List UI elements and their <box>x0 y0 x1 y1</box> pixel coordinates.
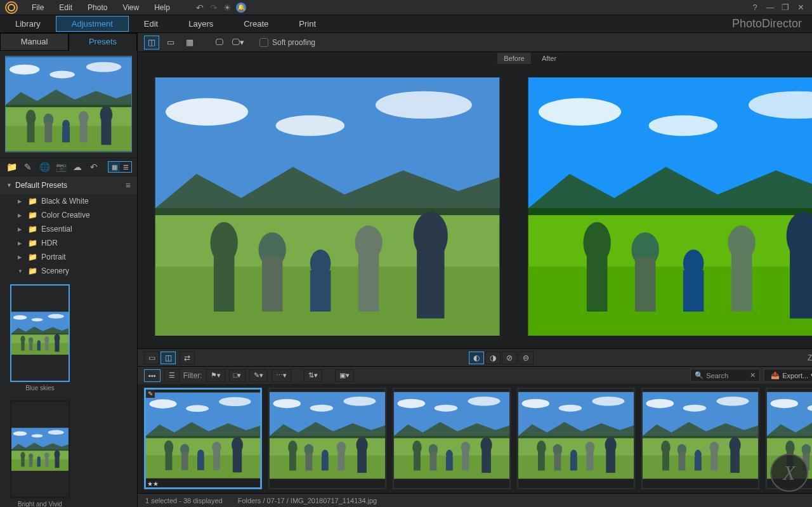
menu-help[interactable]: Help <box>148 2 176 13</box>
thumb-large-icon[interactable]: ▪▪▪ <box>144 369 160 382</box>
before-tab[interactable]: Before <box>497 52 532 65</box>
grid-view-icon[interactable]: ▦ <box>108 162 120 172</box>
app-logo-icon <box>5 1 18 14</box>
cloud-icon[interactable]: ☁ <box>71 161 84 173</box>
before-pane[interactable] <box>145 77 509 336</box>
folder-scenery[interactable]: ▼📁Scenery <box>0 264 137 278</box>
settings-icon[interactable]: ☀ <box>222 2 233 13</box>
grid-mode-icon[interactable]: ▦ <box>182 36 197 49</box>
mode-edit[interactable]: Edit <box>129 16 173 31</box>
watermark-icon: X <box>770 454 808 492</box>
zoom-label: Zoom: <box>808 353 812 362</box>
screen2-icon[interactable]: 🖵▾ <box>230 36 246 49</box>
statusbar: 1 selected - 38 displayed Folders / 07-1… <box>138 493 812 507</box>
soft-proof-label: Soft proofing <box>272 38 315 47</box>
thumb-small-icon[interactable]: ☰ <box>164 369 180 382</box>
preset-view-toggle[interactable]: ▦ ☰ <box>108 161 132 173</box>
screen1-icon[interactable]: 🖵 <box>211 36 226 49</box>
film-thumb[interactable] <box>268 388 386 489</box>
folder-icon: 📁 <box>28 225 37 234</box>
mode-print[interactable]: Print <box>284 16 331 31</box>
viewer: ◫ ▭ ▦ 🖵 🖵▾ Soft proofing 🔍 ✋ Before Afte… <box>138 33 812 507</box>
modebar: Library Adjustment Edit Layers Create Pr… <box>0 15 812 33</box>
compare-mode-icon[interactable]: ◫ <box>144 36 159 49</box>
brand-label: PhotoDirector <box>732 17 802 30</box>
preset-bright-and-vivid[interactable]: Bright and Vivid <box>10 400 70 507</box>
single-mode-icon[interactable]: ▭ <box>163 36 178 49</box>
chevron-icon: ▶ <box>18 227 24 232</box>
film-thumb[interactable] <box>517 388 635 489</box>
globe-icon[interactable]: 🌐 <box>38 161 51 173</box>
folder-essential[interactable]: ▶📁Essential <box>0 222 137 236</box>
film-thumb[interactable] <box>393 388 511 489</box>
folder-label: Black & White <box>41 197 89 206</box>
brush-icon[interactable]: ✎ <box>22 161 34 173</box>
redo-icon[interactable]: ↷ <box>208 2 219 13</box>
soft-proof-checkbox[interactable] <box>259 38 268 47</box>
layout2-icon[interactable]: ◫ <box>160 352 176 364</box>
layout1-icon[interactable]: ▭ <box>144 352 159 364</box>
folder-black-white[interactable]: ▶📁Black & White <box>0 194 137 208</box>
folder-icon: 📁 <box>28 267 37 275</box>
filter-flag-icon[interactable]: ⚑▾ <box>206 369 225 382</box>
filmstrip[interactable]: ✎★★ <box>138 384 812 493</box>
mode-create[interactable]: Create <box>228 16 284 31</box>
split-b-icon[interactable]: ⊖ <box>518 352 534 364</box>
folder-icon: 📁 <box>28 253 37 261</box>
folder-hdr[interactable]: ▶📁HDR <box>0 236 137 250</box>
menu-file[interactable]: File <box>25 2 50 13</box>
after-tab[interactable]: After <box>532 52 566 65</box>
rating-stars[interactable]: ★★ <box>147 480 159 487</box>
split-h-icon[interactable]: ◐ <box>469 352 484 364</box>
chevron-icon: ▶ <box>18 199 24 204</box>
filter-edited-icon[interactable]: ✎▾ <box>249 369 268 382</box>
undo-preset-icon[interactable]: ↶ <box>88 161 100 173</box>
sort-icon[interactable]: ⇅▾ <box>304 369 322 382</box>
folder-color-creative[interactable]: ▶📁Color Creative <box>0 208 137 222</box>
side-tab-manual[interactable]: Manual <box>0 33 69 51</box>
split-t-icon[interactable]: ⊘ <box>502 352 517 364</box>
menu-edit[interactable]: Edit <box>53 2 79 13</box>
mode-adjustment[interactable]: Adjustment <box>56 16 129 32</box>
film-thumb[interactable] <box>641 388 759 489</box>
film-thumb[interactable]: ✎★★ <box>144 388 262 489</box>
import-preset-icon[interactable]: 📁 <box>5 161 18 173</box>
histogram-preview <box>0 51 137 157</box>
folder-icon: 📁 <box>28 239 37 247</box>
stack-icon[interactable]: ▣▾ <box>335 369 354 382</box>
folder-portrait[interactable]: ▶📁Portrait <box>0 250 137 264</box>
notification-icon[interactable]: 🔔 <box>236 3 246 13</box>
menu-view[interactable]: View <box>116 2 145 13</box>
export-button[interactable]: 📤 Export...▾ <box>764 369 812 382</box>
menu-photo[interactable]: Photo <box>81 2 114 13</box>
mode-library[interactable]: Library <box>0 16 56 31</box>
side-tab-presets[interactable]: Presets <box>69 33 137 51</box>
preset-blue-skies[interactable]: Blue skies <box>10 284 70 392</box>
filter-label: Filter: <box>183 371 202 380</box>
maximize-icon[interactable]: ❐ <box>779 3 792 12</box>
filter-label-icon[interactable]: □▾ <box>229 369 246 382</box>
minimize-icon[interactable]: — <box>764 3 776 12</box>
swap-icon[interactable]: ⇄ <box>180 352 195 364</box>
folder-icon: 📁 <box>28 197 37 206</box>
sidebar: Manual Presets 📁 ✎ 🌐 📷 ☁ ↶ ▦ ☰ ▼ Default… <box>0 33 138 507</box>
folder-label: Scenery <box>41 267 69 275</box>
after-pane[interactable] <box>518 77 812 336</box>
path-status: Folders / 07-17 / IMG_20180717_114134.jp… <box>238 497 377 504</box>
chevron-icon: ▶ <box>18 240 24 246</box>
folder-icon: 📁 <box>28 211 37 220</box>
close-icon[interactable]: ✕ <box>794 3 807 12</box>
search-input[interactable]: 🔍 Search✕ <box>690 369 760 382</box>
help-icon[interactable]: ? <box>749 3 761 12</box>
mode-layers[interactable]: Layers <box>173 16 228 31</box>
section-default-presets[interactable]: ▼ Default Presets ≡ <box>0 176 137 194</box>
chevron-icon: ▼ <box>18 268 24 274</box>
section-options-icon[interactable]: ≡ <box>126 180 131 190</box>
split-v-icon[interactable]: ◑ <box>485 352 501 364</box>
camera-icon[interactable]: 📷 <box>55 161 67 173</box>
filter-more-icon[interactable]: ⋯▾ <box>272 369 291 382</box>
undo-icon[interactable]: ↶ <box>194 2 206 13</box>
list-view-icon[interactable]: ☰ <box>120 162 131 172</box>
folder-label: Portrait <box>41 253 66 261</box>
chevron-down-icon: ▼ <box>6 182 15 188</box>
